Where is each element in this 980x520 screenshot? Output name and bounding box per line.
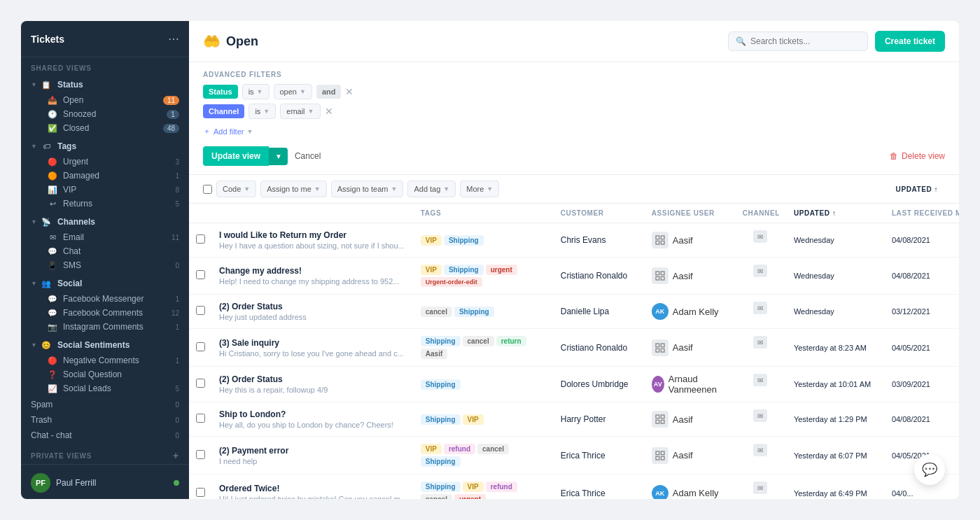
row-checkbox[interactable]	[196, 488, 205, 497]
table-row[interactable]: Ordered Twice! Hi! I just ordered twice …	[189, 475, 959, 500]
tag: VIP	[463, 482, 484, 492]
select-all-checkbox[interactable]	[203, 185, 212, 194]
sidebar-item-spam[interactable]: Spam 0	[21, 397, 189, 412]
updated-cell: Yesterday at 6:49 PM	[787, 475, 885, 500]
sidebar-item-instagram-comments[interactable]: 📷 Instagram Comments 1	[21, 320, 189, 334]
status-value-select[interactable]: open ▼	[274, 84, 312, 99]
ticket-title[interactable]: (2) Order Status	[219, 302, 407, 311]
social-group-header[interactable]: ▼ 👥 Social	[21, 275, 189, 292]
th-ticket	[212, 204, 414, 223]
sidebar-options-icon[interactable]: ⋯	[168, 32, 179, 45]
th-updated[interactable]: UPDATED ↑	[787, 204, 885, 223]
more-select[interactable]: More ▼	[460, 181, 499, 197]
row-checkbox[interactable]	[196, 234, 205, 244]
search-input[interactable]	[750, 36, 860, 46]
table-row[interactable]: (2) Order Status Hey just updated addres…	[189, 295, 959, 329]
arnaud-avatar: AV	[652, 376, 664, 393]
tag: Shipping	[421, 456, 461, 467]
updated-cell: Yesterday at 8:23 AM	[787, 329, 885, 367]
page-title-icon: 🤲	[203, 33, 220, 50]
last-received-cell: 03/09/2021	[885, 367, 959, 402]
ticket-title[interactable]: Change my address!	[219, 266, 407, 276]
code-label: Code	[223, 185, 241, 193]
social-sentiments-header[interactable]: ▼ 😊 Social Sentiments	[21, 337, 189, 353]
channel-filter-chip[interactable]: Channel	[203, 104, 244, 118]
ticket-title[interactable]: Ship to London?	[219, 409, 407, 419]
th-assignee: ASSIGNEE USER	[645, 204, 736, 223]
delete-view-button[interactable]: 🗑 Delete view	[890, 151, 945, 161]
channel-cell: ✉	[736, 223, 785, 250]
sidebar-item-sms[interactable]: 📱 SMS 0	[21, 258, 189, 272]
table-row[interactable]: (2) Payment error I need help VIPrefundc…	[189, 437, 959, 475]
assign-me-select[interactable]: Assign to me ▼	[260, 181, 327, 197]
email-count: 11	[172, 234, 179, 241]
row-checkbox[interactable]	[196, 450, 205, 459]
channel-op-select[interactable]: is ▼	[248, 104, 276, 119]
row-checkbox[interactable]	[196, 270, 205, 279]
assign-team-select[interactable]: Assign to team ▼	[331, 181, 404, 197]
sidebar-item-trash[interactable]: Trash 0	[21, 412, 189, 428]
update-view-button[interactable]: Update view	[203, 146, 269, 166]
sidebar-item-facebook-comments[interactable]: 💬 Facebook Comments 12	[21, 306, 189, 320]
sidebar-item-social-leads[interactable]: 📈 Social Leads 5	[21, 381, 189, 395]
chat-fab[interactable]: 💬	[914, 454, 945, 485]
add-tag-select[interactable]: Add tag ▼	[407, 181, 456, 197]
update-view-arrow-button[interactable]: ▼	[269, 148, 288, 165]
status-filter-chip[interactable]: Status	[203, 85, 238, 99]
filter-row-1: Status is ▼ open ▼ and ✕	[203, 84, 945, 99]
svg-rect-16	[656, 451, 659, 455]
ticket-title[interactable]: Ordered Twice!	[219, 484, 407, 493]
sidebar-item-urgent[interactable]: 🔴 Urgent 3	[21, 155, 189, 169]
tags-group-header[interactable]: ▼ 🏷 Tags	[21, 138, 189, 155]
add-private-view-icon[interactable]: +	[173, 450, 179, 461]
add-tag-chevron-icon: ▼	[443, 185, 449, 192]
channel-op-chevron: ▼	[263, 108, 270, 115]
table-row[interactable]: (3) Sale inquiry Hi Cristiano, sorry to …	[189, 329, 959, 367]
updated-sort[interactable]: UPDATED ↑	[889, 185, 945, 193]
remove-filter2-button[interactable]: ✕	[325, 106, 333, 117]
add-filter-button[interactable]: ＋ Add filter ▼	[203, 123, 945, 139]
channel-value-select[interactable]: email ▼	[280, 104, 320, 119]
row-checkbox[interactable]	[196, 414, 205, 423]
ticket-title[interactable]: (3) Sale inquiry	[219, 338, 407, 348]
main-content: 🤲 Open 🔍 Create ticket ADVANCED FILTERS …	[189, 21, 959, 499]
last-received-cell: 03/12/2021	[885, 295, 959, 329]
create-ticket-button[interactable]: Create ticket	[875, 31, 945, 52]
status-group-header[interactable]: ▼ 📋 Status	[21, 76, 189, 93]
channels-group-header[interactable]: ▼ 📡 Channels	[21, 213, 189, 230]
table-row[interactable]: Change my address! Help! I need to chang…	[189, 258, 959, 295]
sidebar-item-open[interactable]: 📥 Open 11	[21, 93, 189, 107]
sidebar-item-snoozed[interactable]: 🕐 Snoozed 1	[21, 107, 189, 121]
remove-filter1-button[interactable]: ✕	[345, 86, 354, 97]
urgent-label: Urgent	[63, 157, 175, 167]
ticket-title[interactable]: (2) Order Status	[219, 374, 407, 384]
ticket-cell: (2) Order Status Hey this is a repair, f…	[212, 367, 414, 402]
negative-label: Negative Comments	[63, 356, 175, 365]
sidebar-item-damaged[interactable]: 🟠 Damaged 1	[21, 169, 189, 183]
table-row[interactable]: I would Like to Return my Order Hey I ha…	[189, 223, 959, 258]
search-box[interactable]: 🔍	[728, 31, 868, 51]
tag: Shipping	[421, 336, 461, 346]
table-row[interactable]: Ship to London? Hey all, do you ship to …	[189, 402, 959, 437]
ticket-title[interactable]: I would Like to Return my Order	[219, 230, 407, 240]
row-checkbox[interactable]	[196, 379, 205, 388]
table-row[interactable]: (2) Order Status Hey this is a repair, f…	[189, 367, 959, 402]
ticket-title[interactable]: (2) Payment error	[219, 446, 407, 456]
assignee-col: AK Adam Kelly	[645, 475, 736, 500]
cancel-button[interactable]: Cancel	[288, 146, 328, 166]
social-question-icon: ❓	[48, 370, 57, 379]
sidebar-item-negative-comments[interactable]: 🔴 Negative Comments 1	[21, 353, 189, 367]
code-select[interactable]: Code ▼	[216, 181, 256, 197]
sidebar-item-facebook-messenger[interactable]: 💬 Facebook Messenger 1	[21, 292, 189, 306]
sidebar-item-chat[interactable]: 💬 Chat	[21, 244, 189, 258]
sidebar-item-social-question[interactable]: ❓ Social Question	[21, 367, 189, 381]
sidebar-item-email[interactable]: ✉ Email 11	[21, 230, 189, 244]
status-op-select[interactable]: is ▼	[242, 84, 270, 99]
sidebar-item-closed[interactable]: ✅ Closed 48	[21, 121, 189, 135]
assignee-name: Aasif	[673, 271, 693, 281]
sidebar-item-chat-chat[interactable]: Chat - chat 0	[21, 428, 189, 443]
sidebar-item-returns[interactable]: ↩ Returns 5	[21, 197, 189, 211]
row-checkbox[interactable]	[196, 306, 205, 315]
sidebar-item-vip[interactable]: 📊 VIP 8	[21, 183, 189, 197]
row-checkbox[interactable]	[196, 342, 205, 351]
